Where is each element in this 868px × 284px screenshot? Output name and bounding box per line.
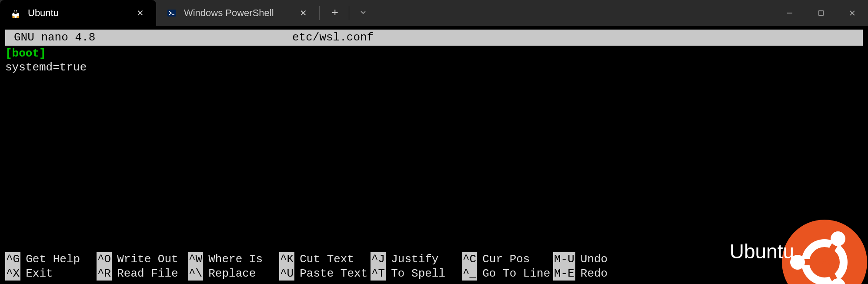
nano-cmd-exit[interactable]: ^XExit <box>5 267 97 281</box>
nano-cmd-read-file[interactable]: ^RRead File <box>97 267 188 281</box>
nano-cmd-cut-text[interactable]: ^KCut Text <box>279 252 371 267</box>
tab-powershell[interactable]: Windows PowerShell ✕ <box>156 0 319 26</box>
nano-cmd-to-spell[interactable]: ^TTo Spell <box>371 267 462 281</box>
ini-section: [boot] <box>5 47 46 60</box>
tab-ubuntu[interactable]: Ubuntu ✕ <box>0 0 156 26</box>
ini-line: systemd=true <box>5 61 87 74</box>
nano-cmd-go-to-line[interactable]: ^_Go To Line <box>462 267 553 281</box>
tabs-container: Ubuntu ✕ Windows PowerShell ✕ + <box>0 0 774 26</box>
nano-footer: ^GGet Help ^OWrite Out ^WWhere Is ^KCut … <box>0 252 868 284</box>
close-tab-icon[interactable]: ✕ <box>298 8 309 18</box>
chevron-down-icon <box>360 9 367 16</box>
minimize-button[interactable] <box>774 0 805 26</box>
nano-cmd-justify[interactable]: ^JJustify <box>371 252 462 267</box>
svg-rect-11 <box>819 11 823 15</box>
nano-cmd-cur-pos[interactable]: ^CCur Pos <box>462 252 553 267</box>
close-tab-icon[interactable]: ✕ <box>135 8 146 18</box>
nano-cmd-get-help[interactable]: ^GGet Help <box>5 252 97 267</box>
nano-commands-row-1: ^GGet Help ^OWrite Out ^WWhere Is ^KCut … <box>5 252 863 267</box>
powershell-icon <box>167 8 177 18</box>
new-tab-button[interactable]: + <box>325 7 346 20</box>
nano-cmd-undo[interactable]: M-UUndo <box>553 252 627 267</box>
tux-icon <box>10 8 21 18</box>
tab-dropdown-button[interactable] <box>353 9 374 18</box>
nano-cmd-redo[interactable]: M-ERedo <box>553 267 627 281</box>
svg-point-7 <box>17 16 19 18</box>
tab-controls: + <box>320 0 374 26</box>
tab-label: Windows PowerShell <box>184 7 274 19</box>
editor-content[interactable]: [boot] systemd=true <box>0 46 868 76</box>
tab-divider <box>349 6 349 20</box>
maximize-button[interactable] <box>805 0 837 26</box>
nano-cmd-write-out[interactable]: ^OWrite Out <box>97 252 188 267</box>
titlebar: Ubuntu ✕ Windows PowerShell ✕ + <box>0 0 868 26</box>
svg-point-4 <box>14 11 15 12</box>
nano-cmd-replace[interactable]: ^\Replace <box>188 267 279 281</box>
window-controls <box>774 0 868 26</box>
close-window-button[interactable] <box>837 0 868 26</box>
terminal-area[interactable]: GNU nano 4.8 etc/wsl.conf [boot] systemd… <box>0 26 868 284</box>
nano-header: GNU nano 4.8 etc/wsl.conf <box>5 30 863 46</box>
svg-point-1 <box>13 9 18 14</box>
nano-cmd-paste-text[interactable]: ^UPaste Text <box>279 267 371 281</box>
svg-point-5 <box>16 11 17 12</box>
svg-point-6 <box>12 16 15 18</box>
nano-file-path: etc/wsl.conf <box>284 30 863 45</box>
nano-cmd-where-is[interactable]: ^WWhere Is <box>188 252 279 267</box>
nano-commands-row-2: ^XExit ^RRead File ^\Replace ^UPaste Tex… <box>5 267 863 281</box>
tab-label: Ubuntu <box>28 7 59 19</box>
nano-app-name: GNU nano 4.8 <box>5 30 284 45</box>
